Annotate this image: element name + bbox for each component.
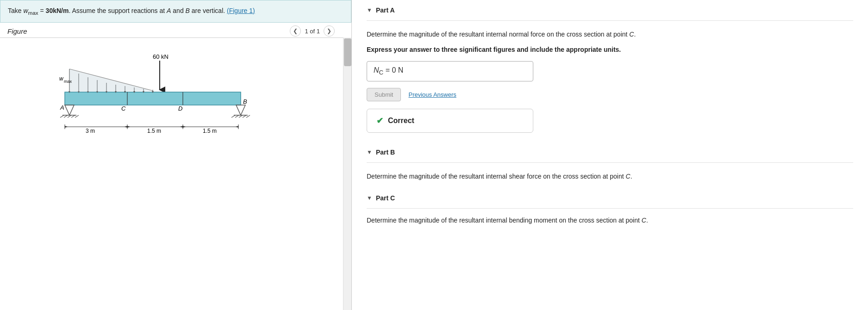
part-b-arrow: ▼ — [367, 149, 372, 155]
part-c-section: ▼ Part C Determine the magnitude of the … — [367, 188, 853, 225]
svg-text:max: max — [64, 79, 72, 84]
express-note: Express your answer to three significant… — [367, 45, 853, 55]
left-panel: Take wmax = 30kN/m. Assume the support r… — [0, 0, 352, 310]
scrollbar-thumb — [344, 38, 351, 66]
correct-label: Correct — [388, 117, 414, 125]
nav-next-button[interactable]: ❯ — [324, 25, 335, 37]
nav-count: 1 of 1 — [305, 28, 320, 35]
svg-text:B: B — [243, 98, 247, 105]
svg-line-44 — [231, 115, 235, 118]
answer-math: NC = 0 N — [374, 66, 403, 76]
svg-text:D: D — [178, 105, 182, 112]
correct-box: ✔ Correct — [367, 109, 533, 133]
part-b-header[interactable]: ▼ Part B — [367, 142, 853, 163]
part-c-title: Part C — [376, 194, 395, 202]
figure-link[interactable]: (Figure 1) — [227, 7, 255, 14]
svg-marker-63 — [183, 126, 186, 128]
figure-area: Figure ❮ 1 of 1 ❯ 60 kN — [0, 23, 351, 310]
svg-marker-62 — [180, 126, 183, 128]
answer-box: NC = 0 N — [367, 61, 533, 81]
problem-header: Take wmax = 30kN/m. Assume the support r… — [0, 0, 351, 23]
prev-answers-link[interactable]: Previous Answers — [408, 91, 456, 98]
part-b-section: ▼ Part B Determine the magnitude of the … — [367, 142, 853, 188]
svg-text:A: A — [60, 104, 64, 111]
svg-text:3 m: 3 m — [86, 128, 95, 134]
figure-separator — [0, 37, 351, 38]
svg-marker-61 — [127, 126, 130, 128]
correct-checkmark: ✔ — [376, 116, 383, 126]
svg-text:60 kN: 60 kN — [153, 53, 169, 60]
engineering-figure: 60 kN — [46, 50, 306, 198]
svg-marker-42 — [236, 105, 245, 115]
svg-marker-60 — [125, 126, 127, 128]
figure-label: Figure — [7, 27, 27, 35]
svg-marker-35 — [65, 105, 74, 115]
figure-nav: ❮ 1 of 1 ❯ — [290, 25, 335, 37]
part-c-header[interactable]: ▼ Part C — [367, 188, 853, 209]
part-c-arrow: ▼ — [367, 195, 372, 201]
part-c-question: Determine the magnitude of the resultant… — [367, 209, 853, 225]
submit-button[interactable]: Submit — [367, 88, 401, 101]
part-a-header[interactable]: ▼ Part A — [367, 0, 853, 21]
svg-marker-59 — [65, 126, 68, 128]
part-a-title: Part A — [376, 6, 395, 14]
nav-prev-button[interactable]: ❮ — [290, 25, 301, 37]
part-b-question: Determine the magnitude of the resultant… — [367, 163, 853, 188]
part-a-section: ▼ Part A Determine the magnitude of the … — [367, 0, 853, 142]
svg-text:C: C — [121, 105, 126, 112]
submit-row: Submit Previous Answers — [367, 88, 853, 101]
part-a-question: Determine the magnitude of the resultant… — [367, 29, 853, 39]
scrollbar[interactable] — [343, 37, 351, 310]
svg-line-37 — [60, 115, 64, 118]
part-b-title: Part B — [376, 149, 395, 156]
svg-text:1.5 m: 1.5 m — [203, 128, 217, 134]
svg-text:w: w — [59, 75, 64, 82]
svg-text:1.5 m: 1.5 m — [147, 128, 161, 134]
part-a-content: Determine the magnitude of the resultant… — [367, 21, 853, 142]
part-a-arrow: ▼ — [367, 7, 372, 13]
svg-marker-64 — [236, 126, 238, 128]
right-panel: ▼ Part A Determine the magnitude of the … — [352, 0, 868, 310]
svg-rect-2 — [65, 92, 241, 105]
